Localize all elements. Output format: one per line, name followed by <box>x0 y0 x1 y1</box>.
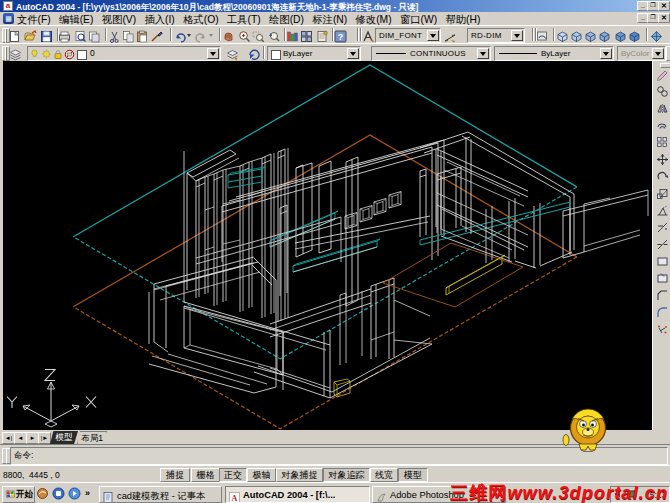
svg-text:?: ? <box>338 32 344 42</box>
svg-text:A: A <box>232 494 238 503</box>
